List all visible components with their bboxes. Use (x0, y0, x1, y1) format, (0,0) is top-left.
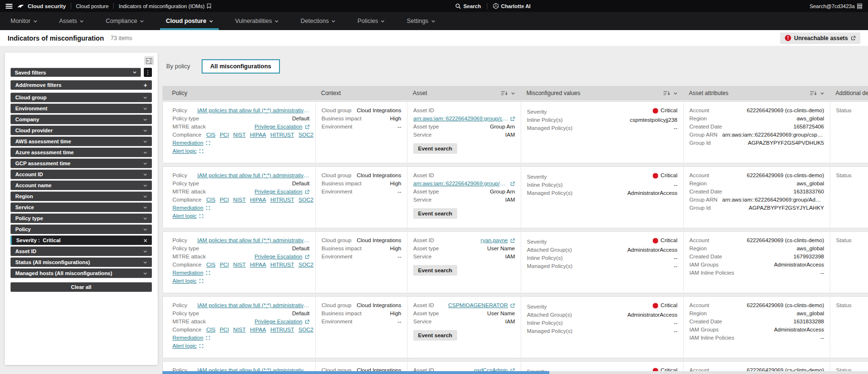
alert-logic-link[interactable]: Alert logic (172, 342, 197, 350)
remediation-link[interactable]: Remediation (172, 334, 204, 342)
compliance-link-pci[interactable]: PCI (220, 196, 229, 204)
filter-account-id[interactable]: Account ID (11, 170, 152, 179)
field-value-link[interactable]: Privilege Escalation (211, 253, 310, 261)
event-search-button[interactable]: Event search (413, 143, 457, 154)
expand-icon[interactable] (199, 279, 204, 283)
compliance-link-cis[interactable]: CIS (206, 196, 215, 204)
filter-account-name[interactable]: Account name (11, 181, 152, 190)
expand-icon[interactable] (199, 149, 204, 153)
remediation-link[interactable]: Remediation (172, 139, 204, 147)
tab-all-misconfigurations[interactable]: All misconfigurations (202, 59, 280, 74)
chevron-down-icon[interactable] (820, 92, 824, 95)
tab-by-policy[interactable]: By policy (165, 60, 191, 73)
field-value-link[interactable]: Privilege Escalation (211, 188, 310, 196)
saved-filters-select[interactable]: Saved filters (11, 68, 141, 77)
nav-item-cloud-posture[interactable]: Cloud posture (166, 12, 213, 30)
bookmark-icon[interactable] (207, 3, 211, 9)
filter-asset-id[interactable]: Asset ID (11, 246, 152, 256)
filter-service[interactable]: Service (11, 203, 152, 212)
filter-policy-type[interactable]: Policy type (11, 214, 152, 223)
clear-all-button[interactable]: Clear all (11, 282, 152, 292)
remediation-link[interactable]: Remediation (172, 269, 204, 277)
filter-environment[interactable]: Environment (11, 104, 152, 113)
account-menu[interactable]: Search@7cd3423a (810, 3, 862, 9)
sort-icon[interactable] (810, 90, 817, 96)
filter-gcp-assessment-time[interactable]: GCP assessment time (11, 159, 152, 168)
compliance-link-pci[interactable]: PCI (220, 261, 229, 269)
compliance-link-hitrust[interactable]: HITRUST (270, 196, 294, 204)
nav-item-settings[interactable]: Settings (407, 12, 435, 30)
nav-item-vulnerabilities[interactable]: Vulnerabilities (235, 12, 279, 30)
compliance-link-nist[interactable]: NIST (233, 131, 246, 139)
asset-id-link[interactable]: arn:aws:iam::622266429069:group/Administ… (413, 180, 515, 188)
nav-item-detections[interactable]: Detections (300, 12, 335, 30)
sort-icon[interactable] (501, 90, 508, 96)
compliance-link-cis[interactable]: CIS (206, 326, 215, 334)
column-sort-controls[interactable] (810, 90, 824, 96)
nav-item-policies[interactable]: Policies (357, 12, 385, 30)
breadcrumb-section[interactable]: Cloud posture (76, 3, 109, 9)
expand-icon[interactable] (206, 141, 210, 145)
charlotte-ai-button[interactable]: Charlotte AI (493, 3, 531, 9)
expand-icon[interactable] (206, 206, 210, 210)
compliance-link-nist[interactable]: NIST (233, 261, 246, 269)
compliance-link-hipaa[interactable]: HIPAA (250, 261, 266, 269)
compliance-link-soc2[interactable]: SOC2 (299, 326, 313, 334)
filter-company[interactable]: Company (11, 115, 152, 124)
filter-azure-assessment-time[interactable]: Azure assessment time (11, 148, 152, 157)
close-icon[interactable] (143, 237, 147, 244)
expand-icon[interactable] (206, 336, 210, 340)
unreachable-assets-button[interactable]: Unreachable assets (780, 32, 860, 44)
event-search-button[interactable]: Event search (413, 265, 457, 276)
compliance-link-hitrust[interactable]: HITRUST (270, 326, 294, 334)
filter-policy[interactable]: Policy (11, 224, 152, 234)
compliance-link-hipaa[interactable]: HIPAA (250, 196, 266, 204)
compliance-link-cis[interactable]: CIS (206, 261, 215, 269)
field-value-link[interactable]: Privilege Escalation (211, 123, 310, 131)
expand-icon[interactable] (199, 214, 204, 218)
filter-status-all-misconfigurations[interactable]: Status (All misconfigurations) (11, 257, 152, 267)
field-value-link[interactable]: ryan.payne (439, 236, 515, 245)
filter-cloud-group[interactable]: Cloud group (11, 93, 152, 102)
app-brand[interactable]: Cloud security (17, 3, 66, 9)
compliance-link-nist[interactable]: NIST (233, 196, 246, 204)
column-sort-controls[interactable] (663, 90, 677, 96)
filter-region[interactable]: Region (11, 192, 152, 201)
alert-logic-link[interactable]: Alert logic (172, 212, 197, 220)
scrollbar-thumb[interactable] (162, 371, 549, 374)
policy-link[interactable]: IAM policies that allow full (*:*) admin… (197, 236, 310, 245)
compliance-link-pci[interactable]: PCI (220, 131, 229, 139)
compliance-link-cis[interactable]: CIS (206, 131, 215, 139)
filter-severity-active[interactable]: Severity :Critical (11, 235, 152, 245)
collapse-sidebar-icon[interactable] (144, 56, 154, 65)
event-search-button[interactable]: Event search (413, 330, 457, 341)
filter-cloud-provider[interactable]: Cloud provider (11, 126, 152, 135)
compliance-link-hipaa[interactable]: HIPAA (250, 131, 266, 139)
nav-item-monitor[interactable]: Monitor (11, 12, 37, 30)
chevron-down-icon[interactable] (511, 92, 515, 95)
compliance-link-hitrust[interactable]: HITRUST (270, 261, 294, 269)
expand-icon[interactable] (199, 344, 204, 348)
event-search-button[interactable]: Event search (413, 208, 457, 219)
compliance-link-soc2[interactable]: SOC2 (299, 261, 313, 269)
field-value-link[interactable]: Privilege Escalation (211, 318, 310, 326)
menu-icon[interactable] (6, 4, 12, 9)
asset-id-link[interactable]: arn:aws:iam::622266429069:group/cspmtest… (413, 115, 515, 123)
compliance-link-soc2[interactable]: SOC2 (299, 196, 313, 204)
column-sort-controls[interactable] (501, 90, 515, 96)
add-remove-filters-button[interactable]: Add/remove filters (11, 80, 152, 90)
filter-managed-hosts-all-misconfigurations[interactable]: Managed hosts (All misconfigurations) (11, 268, 152, 278)
field-value-link[interactable]: CSPMIOAGENERATOR (439, 301, 515, 310)
policy-link[interactable]: IAM policies that allow full (*:*) admin… (197, 171, 310, 180)
sort-icon[interactable] (663, 90, 670, 96)
saved-filters-more-icon[interactable] (144, 68, 152, 77)
compliance-link-hitrust[interactable]: HITRUST (270, 131, 294, 139)
policy-link[interactable]: IAM policies that allow full (*:*) admin… (197, 301, 310, 310)
chevron-down-icon[interactable] (674, 92, 677, 95)
global-search-button[interactable]: Search (455, 3, 481, 9)
filter-aws-assessment-time[interactable]: AWS assessment time (11, 137, 152, 146)
compliance-link-nist[interactable]: NIST (233, 326, 246, 334)
compliance-link-soc2[interactable]: SOC2 (299, 131, 313, 139)
compliance-link-hipaa[interactable]: HIPAA (250, 326, 266, 334)
alert-logic-link[interactable]: Alert logic (172, 277, 197, 285)
